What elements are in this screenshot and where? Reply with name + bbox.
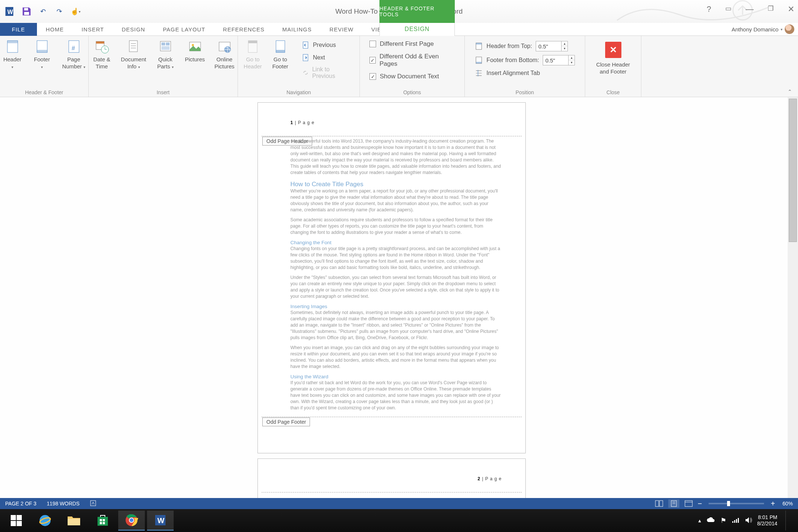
tray-up-icon[interactable]: ▴	[698, 517, 701, 524]
read-mode-icon[interactable]	[654, 499, 665, 508]
word-count[interactable]: 1198 WORDS	[47, 501, 80, 507]
svg-rect-21	[161, 46, 170, 50]
zoom-slider[interactable]	[709, 503, 764, 504]
page-number-header: 1 | P a g e	[290, 120, 314, 125]
svg-rect-30	[303, 42, 308, 48]
document-info-button[interactable]: Document Info ▾	[119, 38, 149, 71]
show-document-text-checkbox[interactable]: ✓Show Document Text	[369, 73, 455, 80]
web-layout-icon[interactable]	[683, 499, 694, 508]
svg-rect-36	[91, 501, 96, 506]
wifi-icon[interactable]	[732, 517, 740, 525]
tab-design[interactable]: DESIGN	[113, 23, 154, 36]
tab-design-context[interactable]: DESIGN	[405, 26, 429, 33]
store-icon[interactable]	[89, 511, 116, 531]
different-first-page-checkbox[interactable]: Different First Page	[369, 40, 455, 48]
clock[interactable]: 8:01 PM8/2/2014	[757, 514, 778, 527]
different-odd-even-checkbox[interactable]: ✓Different Odd & Even Pages	[369, 53, 455, 68]
pictures-button[interactable]: Pictures	[182, 38, 208, 71]
avatar	[785, 24, 794, 34]
document-area: 1 | P a g e Odd Page Header s built powe…	[0, 97, 798, 509]
footer-from-bottom-label: Footer from Bottom:	[487, 57, 539, 64]
status-bar: PAGE 2 OF 3 1198 WORDS − + 60%	[0, 498, 798, 509]
scrollbar-thumb[interactable]	[789, 99, 797, 242]
document-page-1[interactable]: 1 | P a g e Odd Page Header s built powe…	[258, 102, 526, 453]
date-time-button[interactable]: Date & Time	[89, 38, 115, 71]
spin-up-icon[interactable]: ▲	[569, 55, 574, 60]
spin-up-icon[interactable]: ▲	[562, 41, 567, 46]
tab-file[interactable]: FILE	[0, 23, 37, 36]
minimize-icon[interactable]: —	[746, 4, 754, 14]
page-number-header: 2 | P a g e	[478, 476, 502, 481]
file-explorer-icon[interactable]	[61, 511, 87, 531]
svg-rect-52	[100, 519, 102, 521]
tab-mailings[interactable]: MAILINGS	[273, 23, 321, 36]
next-button[interactable]: Next	[301, 52, 351, 63]
user-account[interactable]: Anthony Domanico▾	[732, 23, 794, 36]
zoom-level[interactable]: 60%	[782, 501, 793, 507]
undo-icon[interactable]: ↶	[37, 6, 49, 17]
goto-header-button: Go to Header	[241, 38, 265, 81]
page-number-button[interactable]: #Page Number ▾	[59, 38, 89, 71]
svg-rect-27	[248, 41, 257, 43]
insert-alignment-tab-button[interactable]: Insert Alignment Tab	[475, 69, 575, 77]
save-icon[interactable]	[21, 6, 33, 17]
zoom-in-icon[interactable]: +	[771, 499, 775, 508]
flag-icon[interactable]: ⚑	[720, 516, 726, 525]
ribbon-display-icon[interactable]: ▭	[725, 4, 732, 14]
svg-point-58	[130, 518, 133, 522]
svg-rect-19	[161, 42, 165, 45]
collapse-ribbon-icon[interactable]: ⌃	[788, 89, 792, 95]
volume-icon[interactable]	[745, 517, 752, 525]
tab-page-layout[interactable]: PAGE LAYOUT	[154, 23, 214, 36]
tab-review[interactable]: REVIEW	[321, 23, 362, 36]
touch-mode-icon[interactable]: ☝▾	[69, 6, 81, 17]
svg-rect-6	[7, 41, 18, 43]
header-button[interactable]: Header▾	[0, 38, 25, 71]
close-header-footer-button[interactable]: ✕ Close Header and Footer	[588, 38, 638, 75]
spin-down-icon[interactable]: ▼	[562, 46, 567, 51]
page-status[interactable]: PAGE 2 OF 3	[5, 501, 37, 507]
svg-rect-4	[24, 12, 29, 15]
vertical-scrollbar[interactable]: ▲ ▼	[788, 97, 798, 509]
header-from-top-input[interactable]: ▲▼	[536, 41, 568, 51]
maximize-icon[interactable]: ❐	[768, 4, 774, 14]
svg-rect-45	[17, 515, 22, 520]
odd-page-footer-tag: Odd Page Footer	[262, 417, 310, 426]
spin-down-icon[interactable]: ▼	[569, 60, 574, 65]
tab-references[interactable]: REFERENCES	[214, 23, 274, 36]
chrome-icon[interactable]	[118, 511, 145, 531]
header-from-top-label: Header from Top:	[487, 43, 532, 50]
svg-rect-12	[96, 41, 104, 44]
online-pictures-button[interactable]: Online Pictures	[212, 38, 238, 71]
svg-rect-47	[17, 521, 22, 526]
print-layout-icon[interactable]	[668, 499, 679, 508]
zoom-out-icon[interactable]: −	[698, 499, 702, 508]
tab-insert[interactable]: INSERT	[73, 23, 113, 36]
header-top-icon	[475, 42, 483, 50]
goto-footer-button[interactable]: Go to Footer	[268, 38, 292, 81]
tab-home[interactable]: HOME	[37, 23, 73, 36]
context-tab-header-footer-tools: HEADER & FOOTER TOOLS	[379, 0, 455, 23]
help-icon[interactable]: ?	[707, 4, 711, 14]
group-label-close: Close	[607, 89, 620, 95]
close-icon[interactable]: ✕	[788, 4, 794, 14]
svg-rect-62	[734, 520, 735, 523]
svg-rect-54	[100, 522, 102, 524]
svg-rect-42	[685, 501, 692, 507]
show-desktop-button[interactable]	[785, 511, 790, 531]
macro-icon[interactable]	[90, 500, 96, 508]
footer-from-bottom-input[interactable]: ▲▼	[543, 55, 575, 65]
footer-button[interactable]: Footer▾	[29, 38, 55, 71]
svg-rect-14	[129, 41, 137, 52]
previous-button[interactable]: Previous	[301, 40, 351, 51]
svg-rect-29	[276, 50, 285, 52]
group-label-options: Options	[403, 89, 421, 95]
quick-parts-button[interactable]: Quick Parts ▾	[153, 38, 178, 71]
ie-icon[interactable]	[32, 511, 58, 531]
user-name: Anthony Domanico	[732, 26, 778, 33]
redo-icon[interactable]: ↷	[53, 6, 65, 17]
start-button[interactable]	[3, 511, 30, 531]
word-taskbar-icon[interactable]: W	[147, 511, 174, 531]
word-app-icon: W	[4, 6, 16, 17]
onedrive-icon[interactable]	[706, 517, 715, 525]
